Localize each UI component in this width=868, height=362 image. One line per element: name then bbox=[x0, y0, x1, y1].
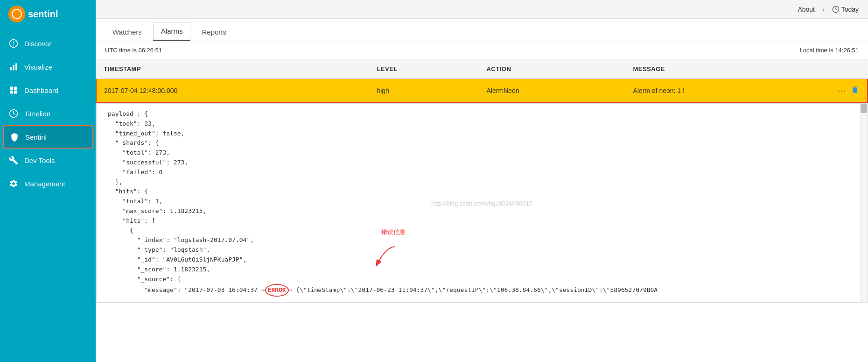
bar-chart-icon bbox=[8, 62, 19, 72]
sidebar-item-dashboard[interactable]: Dashboard bbox=[0, 78, 96, 102]
svg-rect-13 bbox=[14, 91, 17, 94]
col-action: ACTION bbox=[479, 60, 625, 78]
chevron-left-icon[interactable]: ‹ bbox=[822, 6, 825, 13]
topbar: About ‹ Today bbox=[96, 0, 868, 19]
app-logo-icon: S bbox=[7, 5, 26, 23]
sidebar-item-label: Visualize bbox=[24, 63, 52, 71]
alarms-table-container: TIMESTAMP LEVEL ACTION MESSAGE 2017-07-0… bbox=[96, 60, 868, 362]
sidebar: S sentinl Discover Visualize Dashboa bbox=[0, 0, 96, 362]
alarm-action: AlermNeon bbox=[479, 78, 625, 103]
sidebar-item-label: Management bbox=[24, 180, 65, 188]
main-content: About ‹ Today Watchers Alarms Reports UT… bbox=[96, 0, 868, 362]
scrollbar-thumb[interactable] bbox=[861, 104, 867, 113]
sidebar-item-management[interactable]: Management bbox=[0, 172, 96, 195]
svg-line-19 bbox=[836, 9, 837, 10]
svg-rect-12 bbox=[10, 91, 14, 94]
svg-rect-11 bbox=[14, 87, 17, 90]
svg-point-3 bbox=[14, 12, 19, 16]
sidebar-item-label: Sentinl bbox=[25, 133, 47, 141]
svg-marker-5 bbox=[13, 41, 14, 43]
sidebar-item-label: Timelion bbox=[24, 110, 50, 118]
grid-icon bbox=[8, 85, 19, 95]
error-highlight: ERROR bbox=[265, 284, 289, 297]
sidebar-item-sentinl[interactable]: Sentinl bbox=[3, 125, 93, 149]
svg-point-4 bbox=[10, 40, 18, 48]
sidebar-logo: S sentinl bbox=[0, 0, 96, 28]
tab-watchers[interactable]: Watchers bbox=[105, 23, 149, 41]
alarm-row-actions: ⋯ bbox=[830, 78, 868, 103]
alarm-row[interactable]: 2017-07-04 12:48:00.000 high AlermNeon A… bbox=[96, 78, 868, 103]
sidebar-item-label: Dashboard bbox=[24, 86, 58, 94]
col-actions-header bbox=[830, 60, 868, 78]
alarm-level: high bbox=[369, 78, 479, 103]
wrench-icon bbox=[8, 155, 19, 165]
svg-rect-8 bbox=[13, 65, 14, 71]
app-name: sentinl bbox=[28, 9, 58, 20]
svg-marker-6 bbox=[13, 43, 14, 46]
col-level: LEVEL bbox=[369, 60, 479, 78]
calendar-icon bbox=[832, 6, 840, 13]
time-bar: UTC time is 06:26:51 Local time is 14:26… bbox=[96, 41, 868, 60]
shield-icon bbox=[9, 132, 20, 142]
about-link[interactable]: About bbox=[798, 6, 815, 13]
tab-reports[interactable]: Reports bbox=[194, 23, 234, 41]
sidebar-item-dev-tools[interactable]: Dev Tools bbox=[0, 149, 96, 172]
svg-rect-10 bbox=[10, 87, 14, 90]
sidebar-item-label: Dev Tools bbox=[24, 156, 55, 164]
sidebar-item-label: Discover bbox=[24, 40, 51, 48]
today-button[interactable]: Today bbox=[832, 6, 859, 13]
svg-rect-7 bbox=[10, 67, 12, 71]
alarm-message: Alerm of neon: 1 ! bbox=[625, 78, 830, 103]
svg-rect-9 bbox=[15, 64, 17, 71]
alarm-detail-content: payload : { "took": 33, "timed_out": fal… bbox=[108, 109, 856, 297]
table-header-row: TIMESTAMP LEVEL ACTION MESSAGE bbox=[96, 60, 868, 78]
alarms-table: TIMESTAMP LEVEL ACTION MESSAGE 2017-07-0… bbox=[96, 60, 868, 303]
svg-line-16 bbox=[14, 114, 15, 114]
gear-icon bbox=[8, 178, 19, 189]
alarm-detail-row: http://blog.csdn.net/whg18526080015 payl… bbox=[96, 103, 868, 303]
local-time: Local time is 14:26:51 bbox=[800, 47, 859, 54]
utc-time: UTC time is 06:26:51 bbox=[105, 47, 162, 54]
col-timestamp: TIMESTAMP bbox=[96, 60, 369, 78]
sidebar-navigation: Discover Visualize Dashboard Timelion bbox=[0, 32, 96, 195]
alarm-delete-button[interactable] bbox=[851, 85, 859, 96]
clock-icon bbox=[8, 108, 19, 119]
alarm-timestamp: 2017-07-04 12:48:00.000 bbox=[96, 78, 369, 103]
tab-alarms[interactable]: Alarms bbox=[153, 22, 191, 41]
sidebar-item-timelion[interactable]: Timelion bbox=[0, 102, 96, 125]
alarm-detail-panel: http://blog.csdn.net/whg18526080015 payl… bbox=[96, 103, 868, 303]
sidebar-item-discover[interactable]: Discover bbox=[0, 32, 96, 55]
scrollbar[interactable] bbox=[861, 104, 867, 302]
col-message: MESSAGE bbox=[625, 60, 830, 78]
compass-icon bbox=[8, 38, 19, 49]
today-label: Today bbox=[841, 6, 859, 13]
tabs-bar: Watchers Alarms Reports bbox=[96, 19, 868, 41]
sidebar-item-visualize[interactable]: Visualize bbox=[0, 55, 96, 78]
alarm-more-button[interactable]: ⋯ bbox=[838, 85, 846, 96]
